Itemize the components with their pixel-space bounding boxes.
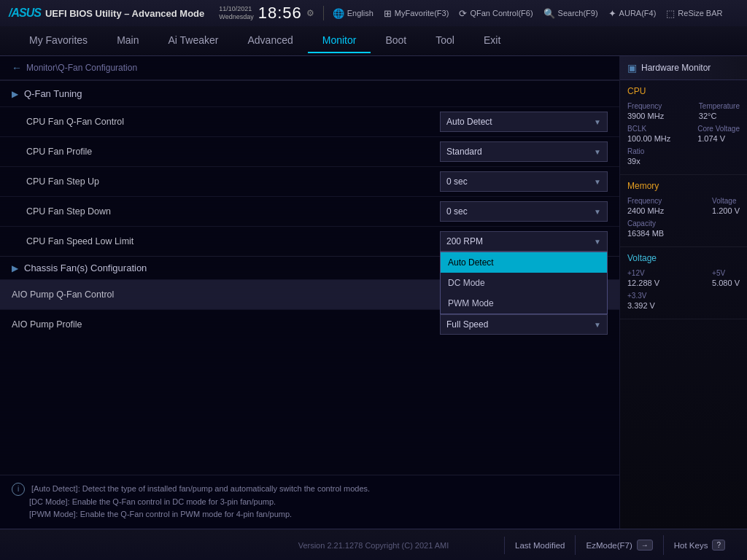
breadcrumb: ← Monitor\Q-Fan Configuration: [0, 56, 619, 80]
mem-capacity-col: Capacity 16384 MB: [627, 219, 664, 238]
mem-voltage-col: Voltage 1.200 V: [712, 197, 740, 215]
v33-col: +3.3V 3.392 V: [627, 292, 655, 310]
clock-display: 18:56: [258, 4, 302, 23]
myfav-label: MyFavorite(F3): [395, 9, 449, 18]
search-icon: 🔍: [543, 8, 555, 19]
qfan-section-label: Q-Fan Tuning: [24, 88, 82, 99]
cpu-freq-col: Frequency 3900 MHz: [627, 102, 664, 120]
mem-freq-value: 2400 MHz: [627, 206, 664, 215]
mem-capacity-value: 16384 MB: [627, 229, 664, 238]
cpu-bclk-label: BCLK: [627, 125, 670, 133]
cpu-ratio-value: 39x: [627, 157, 644, 166]
nav-main[interactable]: Main: [102, 28, 153, 53]
nav-tool[interactable]: Tool: [421, 28, 469, 53]
mem-voltage-value: 1.200 V: [712, 206, 740, 215]
cpu-fan-control-dropdown[interactable]: Auto Detect ▼: [440, 112, 608, 132]
menu-item-dc-mode[interactable]: DC Mode: [441, 273, 607, 293]
v12-value: 12.288 V: [627, 279, 659, 287]
cpu-fan-speed-low-dropdown[interactable]: 200 RPM ▼: [440, 231, 608, 252]
dropdown-arrow-icon-3: ▼: [594, 178, 601, 186]
qfan-section-header[interactable]: ▶ Q-Fan Tuning: [0, 80, 619, 106]
cpu-fan-step-up-control: 0 sec ▼: [440, 171, 608, 192]
hotkeys-key-icon: ?: [712, 540, 725, 551]
nav-advanced[interactable]: Advanced: [233, 28, 307, 53]
last-modified-label: Last Modified: [515, 541, 565, 550]
aura-btn[interactable]: ✦ AURA(F4): [608, 8, 657, 19]
dropdown-arrow-icon: ▼: [594, 118, 601, 126]
aio-profile-dropdown[interactable]: Full Speed ▼: [440, 314, 608, 335]
v5-label: +5V: [712, 269, 740, 277]
cpu-fan-profile-value: Standard: [446, 147, 482, 157]
qfan-btn[interactable]: ⟳ QFan Control(F6): [459, 8, 533, 19]
cpu-fan-control-label: CPU Fan Q-Fan Control: [26, 117, 124, 127]
nav-ai-tweaker[interactable]: Ai Tweaker: [153, 28, 233, 53]
cpu-bclk-voltage-row: BCLK 100.00 MHz Core Voltage 1.074 V: [627, 125, 740, 143]
cpu-fan-control-control: Auto Detect ▼: [440, 112, 608, 132]
search-btn[interactable]: 🔍 Search(F9): [543, 8, 598, 19]
back-arrow[interactable]: ←: [12, 62, 22, 74]
nav-exit[interactable]: Exit: [469, 28, 515, 53]
chassis-expand-icon: ▶: [12, 263, 18, 273]
dropdown-arrow-icon-4: ▼: [594, 208, 601, 216]
fan-icon: ⟳: [459, 8, 467, 19]
bookmark-icon: ⊞: [384, 8, 392, 19]
main-content: ← Monitor\Q-Fan Configuration ▶ Q-Fan Tu…: [0, 56, 619, 529]
cpu-voltage-value: 1.074 V: [697, 134, 740, 143]
section-expand-icon: ▶: [12, 89, 18, 99]
myfav-btn[interactable]: ⊞ MyFavorite(F3): [384, 8, 449, 19]
cpu-ratio-label: Ratio: [627, 147, 644, 155]
aio-control-label: AIO Pump Q-Fan Control: [12, 289, 114, 300]
bios-title: UEFI BIOS Utility – Advanced Mode: [45, 8, 204, 19]
info-line2: [DC Mode]: Enable the Q-Fan control in D…: [29, 497, 276, 506]
cpu-fan-control-row: CPU Fan Q-Fan Control Auto Detect ▼: [0, 106, 619, 136]
ezmode-btn[interactable]: EzMode(F7) →: [575, 535, 662, 555]
nav-boot[interactable]: Boot: [371, 28, 421, 53]
cpu-fan-profile-control: Standard ▼: [440, 141, 608, 162]
voltage-section-title: Voltage: [627, 253, 740, 263]
dropdown-arrow-icon-7: ▼: [594, 321, 601, 329]
aura-label: AURA(F4): [619, 9, 657, 18]
cpu-freq-temp-row: Frequency 3900 MHz Temperature 32°C: [627, 102, 740, 120]
mem-capacity-label: Capacity: [627, 219, 664, 228]
header-divider: [323, 6, 324, 20]
hardware-monitor-panel: ▣ Hardware Monitor CPU Frequency 3900 MH…: [619, 56, 747, 529]
resize-label: ReSize BAR: [678, 9, 722, 18]
language-btn[interactable]: 🌐 English: [333, 8, 374, 19]
aio-profile-value: Full Speed: [446, 319, 488, 330]
settings-icon[interactable]: ⚙: [306, 8, 314, 18]
aura-icon: ✦: [608, 8, 616, 19]
qfan-label: QFan Control(F6): [470, 9, 533, 18]
cpu-section-title: CPU: [627, 86, 740, 96]
cpu-fan-step-down-dropdown[interactable]: 0 sec ▼: [440, 201, 608, 222]
content-wrapper: ← Monitor\Q-Fan Configuration ▶ Q-Fan Tu…: [0, 56, 747, 529]
aio-profile-control: Full Speed ▼: [440, 314, 608, 335]
resize-btn[interactable]: ⬚ ReSize BAR: [666, 8, 722, 19]
menu-item-pwm-mode[interactable]: PWM Mode: [441, 293, 607, 314]
dropdown-arrow-icon-5: ▼: [594, 238, 601, 246]
cpu-fan-speed-low-label: CPU Fan Speed Low Limit: [26, 236, 133, 246]
mem-capacity-row: Capacity 16384 MB: [627, 219, 740, 238]
globe-icon: 🌐: [333, 8, 344, 19]
asus-logo: /ASUS UEFI BIOS Utility – Advanced Mode: [9, 7, 204, 20]
date-area: 11/10/2021 Wednesday: [219, 5, 253, 21]
cpu-fan-speed-low-row: CPU Fan Speed Low Limit 200 RPM ▼ Auto D…: [0, 226, 619, 256]
date: 11/10/2021: [219, 5, 253, 13]
cpu-fan-step-down-value: 0 sec: [446, 206, 468, 217]
cpu-fan-profile-dropdown[interactable]: Standard ▼: [440, 141, 608, 162]
v12-col: +12V 12.288 V: [627, 269, 659, 287]
cpu-ratio-row: Ratio 39x: [627, 147, 740, 166]
menu-item-auto-detect[interactable]: Auto Detect: [441, 252, 607, 273]
cpu-freq-value: 3900 MHz: [627, 112, 664, 120]
day: Wednesday: [219, 13, 253, 21]
hotkeys-btn[interactable]: Hot Keys ?: [663, 535, 735, 555]
last-modified-btn[interactable]: Last Modified: [504, 537, 575, 554]
chassis-section-label: Chassis Fan(s) Configuration: [24, 262, 147, 273]
nav-my-favorites[interactable]: My Favorites: [15, 28, 102, 53]
nav-monitor[interactable]: Monitor: [308, 28, 371, 53]
mem-freq-voltage-row: Frequency 2400 MHz Voltage 1.200 V: [627, 197, 740, 215]
cpu-fan-step-up-dropdown[interactable]: 0 sec ▼: [440, 171, 608, 192]
cpu-fan-profile-label: CPU Fan Profile: [26, 147, 92, 157]
mem-freq-label: Frequency: [627, 197, 664, 205]
v33-label: +3.3V: [627, 292, 655, 300]
cpu-freq-label: Frequency: [627, 102, 664, 110]
